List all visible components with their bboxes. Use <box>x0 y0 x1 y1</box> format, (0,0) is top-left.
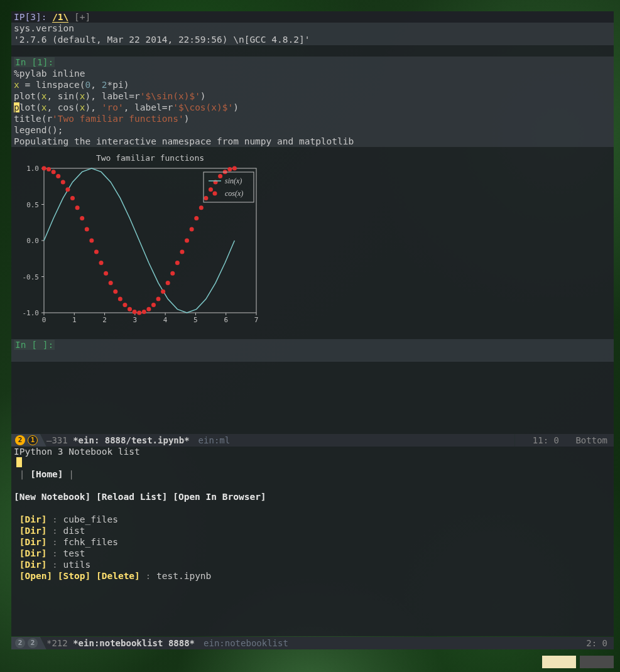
svg-point-41 <box>104 271 108 276</box>
cell1-code[interactable]: %pylab inline x = linspace(0, 2*pi) plot… <box>11 68 614 147</box>
svg-text:Two familiar functions: Two familiar functions <box>96 153 204 163</box>
code-l5-s: 'Two familiar functions' <box>52 114 184 124</box>
svg-point-32 <box>61 180 65 184</box>
code-l4-e: ) <box>233 102 239 112</box>
svg-point-60 <box>194 216 199 220</box>
svg-point-72 <box>213 192 217 196</box>
svg-text:0.0: 0.0 <box>26 237 39 245</box>
svg-point-67 <box>227 167 232 171</box>
modeline-pos: 11: 0 <box>533 435 559 445</box>
svg-point-61 <box>199 205 204 210</box>
modeline-bot-mode: ein:notebooklist <box>204 637 288 649</box>
svg-point-31 <box>56 174 60 178</box>
svg-point-65 <box>218 174 222 178</box>
svg-text:5: 5 <box>193 316 198 324</box>
reload-list-button[interactable]: [Reload List] <box>96 492 168 502</box>
taskbar-fragments <box>0 653 620 672</box>
file-stop-button[interactable]: [Stop] <box>58 571 90 581</box>
taskbar-item-2[interactable] <box>580 656 614 668</box>
file-name[interactable]: test.ipynb <box>156 571 211 581</box>
cell2-prompt[interactable]: In [ ]: <box>14 340 55 350</box>
nblist-home-link[interactable]: [Home] <box>30 469 63 479</box>
svg-point-43 <box>113 290 117 294</box>
dir-name[interactable]: utils <box>63 560 91 570</box>
nblist-actions: [New Notebook] [Reload List] [Open In Br… <box>11 491 614 502</box>
svg-point-44 <box>118 297 122 301</box>
dir-sep: : <box>46 548 63 558</box>
code-l4-v2: x <box>80 102 85 112</box>
svg-point-56 <box>175 261 180 265</box>
dir-button[interactable]: [Dir] <box>19 560 47 570</box>
svg-point-48 <box>137 311 141 315</box>
modeline-mode: ein:ml <box>199 434 231 447</box>
tab-new[interactable]: [+] <box>74 12 90 22</box>
dir-button[interactable]: [Dir] <box>19 537 47 547</box>
svg-text:1: 1 <box>72 316 77 324</box>
svg-point-55 <box>170 271 175 276</box>
open-in-browser-button[interactable]: [Open In Browser] <box>173 492 266 502</box>
svg-text:cos(x): cos(x) <box>225 189 243 198</box>
dir-name[interactable]: dist <box>63 526 85 536</box>
nblist-dir-row: [Dir] : dist <box>11 525 614 536</box>
text-cursor: p <box>14 102 19 112</box>
svg-point-63 <box>209 187 213 192</box>
svg-text:7: 7 <box>254 316 259 324</box>
dir-name[interactable]: cube_files <box>63 514 118 524</box>
nblist-cursor <box>16 457 22 467</box>
svg-point-33 <box>65 187 70 192</box>
modeline-badge2: 1 <box>28 435 38 445</box>
svg-point-45 <box>122 303 127 307</box>
svg-point-39 <box>94 249 99 254</box>
modeline-bot-mid: * 212 *ein:notebooklist 8888* ein:notebo… <box>40 637 568 649</box>
code-l4-c: ), <box>85 102 102 112</box>
svg-point-42 <box>109 281 113 285</box>
svg-point-37 <box>85 227 89 232</box>
nb-pipe2: | <box>68 469 74 479</box>
nblist-file-row: [Open] [Stop] [Delete] : test.ipynb <box>11 570 614 582</box>
svg-point-46 <box>128 307 132 312</box>
code-l3-a: plot( <box>14 91 41 101</box>
svg-point-54 <box>166 281 170 285</box>
code-l5-b: ) <box>184 114 190 124</box>
cell0-out-line1: sys.version <box>14 23 611 34</box>
nblist-dir-row: [Dir] : utils <box>11 559 614 570</box>
file-open-button[interactable]: [Open] <box>19 571 52 581</box>
svg-point-68 <box>232 166 237 171</box>
modeline-scroll: Bottom <box>575 435 607 445</box>
svg-point-62 <box>204 196 208 200</box>
svg-point-53 <box>161 290 165 294</box>
svg-text:1.0: 1.0 <box>26 165 39 173</box>
cell2-empty[interactable] <box>11 350 614 362</box>
code-l4-d: , label=r <box>124 102 173 112</box>
code-l6: legend(); <box>14 125 63 135</box>
dir-button[interactable]: [Dir] <box>19 514 47 524</box>
tab-prefix: IP[3]: <box>14 12 46 22</box>
new-notebook-button[interactable]: [New Notebook] <box>14 492 90 502</box>
tab-bar: IP[3]: /1\ [+] <box>11 11 614 23</box>
code-l2-c: , <box>90 80 101 90</box>
dir-sep: : <box>46 514 63 524</box>
tab-active[interactable]: /1\ <box>52 12 68 23</box>
file-delete-button[interactable]: [Delete] <box>96 571 140 581</box>
nblist-dir-row: [Dir] : cube_files <box>11 514 614 525</box>
code-l1: %pylab inline <box>14 68 85 79</box>
modeline-buffer: *ein: 8888/test.ipynb* <box>73 434 189 447</box>
modeline-badge1: 2 <box>15 435 25 445</box>
code-l3-b: , sin( <box>46 91 79 101</box>
file-sep: : <box>146 571 156 581</box>
svg-point-34 <box>70 196 75 200</box>
dir-button[interactable]: [Dir] <box>19 548 47 558</box>
dir-sep: : <box>46 526 63 536</box>
dir-name[interactable]: test <box>63 548 85 558</box>
svg-point-38 <box>89 239 94 243</box>
cell1-stdout: Populating the interactive namespace fro… <box>14 136 611 147</box>
svg-text:2: 2 <box>102 316 107 324</box>
modeline-linenum: 331 <box>52 434 67 447</box>
code-l4-b: , cos( <box>46 102 79 112</box>
modeline-dash: — <box>46 434 52 447</box>
dir-button[interactable]: [Dir] <box>19 526 47 536</box>
dir-name[interactable]: fchk_files <box>63 537 118 547</box>
cell0-out-line2: '2.7.6 (default, Mar 22 2014, 22:59:56) … <box>14 34 611 45</box>
taskbar-item-1[interactable] <box>542 656 576 668</box>
modeline-bottom: 2 2 * 212 *ein:notebooklist 8888* ein:no… <box>11 637 614 649</box>
